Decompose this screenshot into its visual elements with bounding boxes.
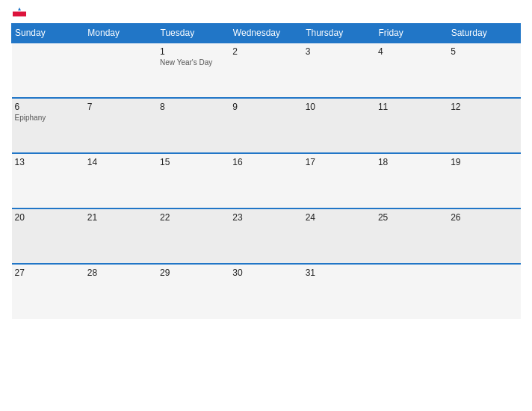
calendar-cell: 8 [157,98,229,153]
calendar-cell: 18 [375,153,448,208]
calendar-cell: 26 [448,208,520,264]
weekday-header-friday: Friday [375,24,448,43]
day-number: 16 [232,157,299,167]
calendar-cell: 20 [12,208,84,264]
day-number: 9 [232,102,299,112]
day-number: 19 [451,157,517,167]
calendar-cell: 21 [84,208,157,264]
day-number: 21 [87,212,154,223]
day-number: 25 [378,212,445,223]
calendar-cell: 31 [303,264,375,319]
day-number: 11 [378,102,445,112]
calendar-cell: 19 [448,153,520,208]
calendar-table: SundayMondayTuesdayWednesdayThursdayFrid… [11,23,521,319]
weekday-header-saturday: Saturday [448,24,520,43]
day-number: 2 [232,46,299,57]
calendar-container: SundayMondayTuesdayWednesdayThursdayFrid… [0,0,532,411]
calendar-cell: 30 [229,264,302,319]
calendar-cell: 14 [84,153,157,208]
calendar-cell: 11 [375,98,448,153]
calendar-cell: 9 [229,98,302,153]
calendar-cell: 13 [12,153,84,208]
day-number: 4 [378,46,445,57]
day-number: 7 [87,102,154,112]
day-number: 23 [232,212,299,223]
weekday-header-tuesday: Tuesday [157,24,229,43]
calendar-cell: 16 [229,153,302,208]
day-number: 15 [160,157,226,167]
calendar-cell: 24 [303,208,375,264]
calendar-week-row: 1New Year's Day2345 [12,43,521,98]
day-number: 10 [306,102,372,112]
weekday-header-wednesday: Wednesday [229,24,302,43]
svg-rect-1 [13,12,26,17]
weekday-header-monday: Monday [84,24,157,43]
calendar-cell: 3 [303,43,375,98]
day-number: 20 [15,212,81,223]
calendar-cell: 27 [12,264,84,319]
calendar-cell: 7 [84,98,157,153]
day-number: 27 [15,268,81,278]
calendar-cell: 29 [157,264,229,319]
day-number: 24 [306,212,372,223]
logo [11,7,26,17]
calendar-cell: 4 [375,43,448,98]
calendar-cell: 22 [157,208,229,264]
logo-flag-icon [13,7,26,16]
day-number: 14 [87,157,154,167]
calendar-cell: 6Epiphany [12,98,84,153]
weekday-header-thursday: Thursday [303,24,375,43]
day-number: 28 [87,268,154,278]
calendar-cell [375,264,448,319]
day-number: 31 [306,268,372,278]
calendar-cell [12,43,84,98]
day-number: 1 [160,46,226,57]
header [11,7,521,17]
day-number: 17 [306,157,372,167]
calendar-cell: 15 [157,153,229,208]
day-event: New Year's Day [160,58,226,67]
calendar-cell: 25 [375,208,448,264]
calendar-cell: 23 [229,208,302,264]
calendar-cell: 5 [448,43,520,98]
calendar-cell: 28 [84,264,157,319]
day-number: 5 [451,46,517,57]
day-number: 26 [451,212,517,223]
calendar-cell: 10 [303,98,375,153]
calendar-week-row: 6Epiphany789101112 [12,98,521,153]
calendar-cell: 1New Year's Day [157,43,229,98]
day-number: 13 [15,157,81,167]
calendar-cell: 17 [303,153,375,208]
day-number: 3 [306,46,372,57]
day-number: 22 [160,212,226,223]
calendar-week-row: 20212223242526 [12,208,521,264]
weekday-header-row: SundayMondayTuesdayWednesdayThursdayFrid… [12,24,521,43]
day-number: 12 [451,102,517,112]
calendar-cell [448,264,520,319]
calendar-cell: 12 [448,98,520,153]
calendar-cell [84,43,157,98]
day-number: 8 [160,102,226,112]
day-number: 18 [378,157,445,167]
day-number: 30 [232,268,299,278]
day-number: 29 [160,268,226,278]
day-number: 6 [15,102,81,112]
calendar-week-row: 2728293031 [12,264,521,319]
calendar-week-row: 13141516171819 [12,153,521,208]
day-event: Epiphany [15,114,81,122]
weekday-header-sunday: Sunday [12,24,84,43]
calendar-cell: 2 [229,43,302,98]
